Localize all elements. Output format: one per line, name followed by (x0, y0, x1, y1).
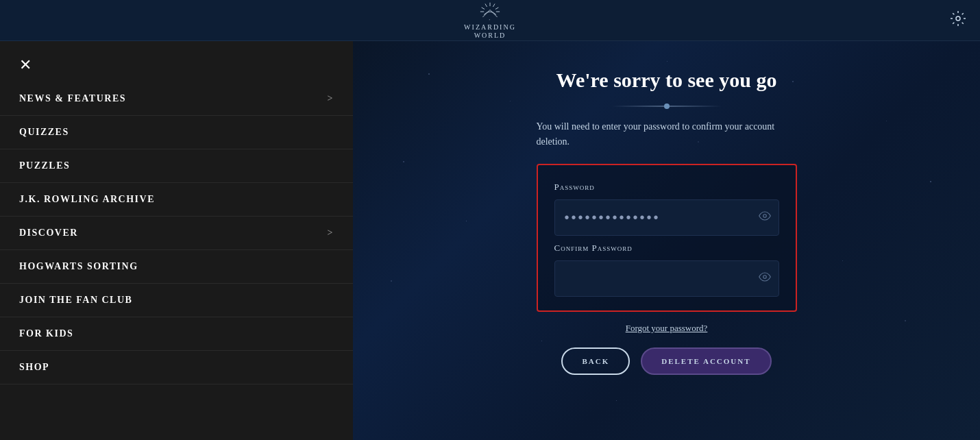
password-field-group: Password (554, 182, 779, 236)
sidebar: ✕ News & Features > Quizzes Puzzles J.K.… (0, 41, 353, 440)
sidebar-item-label: News & Features (19, 93, 126, 104)
sidebar-item-label: Join the Fan Club (19, 295, 132, 306)
sidebar-item-quizzes[interactable]: Quizzes (0, 116, 353, 149)
svg-line-2 (495, 7, 498, 9)
sidebar-item-for-kids[interactable]: For Kids (0, 317, 353, 351)
sidebar-item-hogwarts-sorting[interactable]: Hogwarts Sorting (0, 250, 353, 284)
sidebar-nav: News & Features > Quizzes Puzzles J.K. R… (0, 82, 353, 384)
subtitle-text: You will need to enter your password to … (537, 119, 797, 150)
sidebar-item-label: Shop (19, 362, 49, 373)
confirm-password-toggle-eye-icon[interactable] (759, 271, 771, 286)
header: ⋆ WIZARDING WORLD (0, 0, 980, 41)
sidebar-item-jkr-archive[interactable]: J.K. Rowling Archive (0, 183, 353, 217)
sidebar-item-label: Puzzles (19, 160, 70, 171)
logo-text-line1: WIZARDING (464, 23, 516, 32)
confirm-password-label: Confirm Password (554, 243, 779, 254)
password-input-wrapper (554, 199, 779, 236)
password-input[interactable] (554, 199, 779, 236)
main-layout: ✕ News & Features > Quizzes Puzzles J.K.… (0, 41, 980, 440)
close-button[interactable]: ✕ (0, 48, 353, 82)
delete-account-button[interactable]: Delete Account (641, 347, 771, 375)
svg-text:⋆: ⋆ (489, 18, 491, 21)
sidebar-item-puzzles[interactable]: Puzzles (0, 149, 353, 183)
password-label: Password (554, 182, 779, 193)
chevron-right-icon: > (328, 93, 334, 104)
svg-point-8 (956, 16, 960, 21)
confirm-password-field-group: Confirm Password (554, 243, 779, 297)
logo-text-line2: WORLD (474, 32, 506, 40)
password-form-box: Password Confirm Password (537, 164, 797, 312)
chevron-right-icon: > (328, 228, 334, 239)
site-logo: ⋆ WIZARDING WORLD (464, 1, 516, 40)
divider (612, 106, 722, 107)
divider-dot (664, 103, 670, 109)
logo-icon: ⋆ (478, 1, 502, 22)
sidebar-item-shop[interactable]: Shop (0, 351, 353, 384)
sidebar-item-label: Hogwarts Sorting (19, 261, 138, 272)
back-button[interactable]: Back (561, 347, 630, 375)
sidebar-item-label: For Kids (19, 328, 73, 339)
confirm-password-input[interactable] (554, 260, 779, 297)
sidebar-item-label: Quizzes (19, 127, 69, 138)
forgot-password-link[interactable]: Forgot your password? (626, 323, 708, 334)
sidebar-item-fan-club[interactable]: Join the Fan Club (0, 284, 353, 317)
svg-line-4 (482, 7, 485, 9)
svg-line-3 (485, 3, 487, 6)
main-content: We're sorry to see you go You will need … (353, 41, 980, 440)
settings-icon[interactable] (950, 10, 966, 31)
page-title: We're sorry to see you go (556, 69, 777, 92)
form-actions: Back Delete Account (561, 347, 771, 375)
content-inner: We're sorry to see you go You will need … (461, 69, 872, 375)
sidebar-item-label: Discover (19, 228, 78, 239)
svg-point-9 (763, 215, 766, 218)
svg-line-1 (493, 3, 495, 6)
password-toggle-eye-icon[interactable] (759, 210, 771, 225)
svg-point-10 (763, 276, 766, 279)
sidebar-item-label: J.K. Rowling Archive (19, 194, 155, 205)
sidebar-item-discover[interactable]: Discover > (0, 217, 353, 250)
sidebar-item-news[interactable]: News & Features > (0, 82, 353, 116)
confirm-password-input-wrapper (554, 260, 779, 297)
